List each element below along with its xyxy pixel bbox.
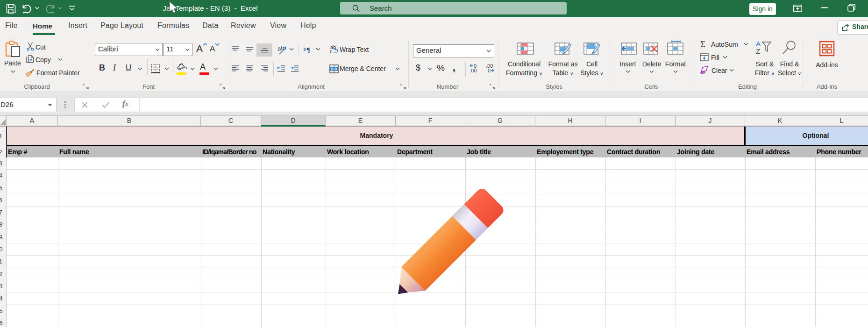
svg-text:.00: .00	[470, 68, 477, 73]
svg-text:¶: ¶	[307, 46, 310, 54]
svg-text:.0: .0	[486, 68, 491, 73]
svg-text:ab: ab	[277, 45, 285, 52]
svg-text:c: c	[330, 49, 333, 54]
svg-text:Z: Z	[756, 47, 760, 55]
svg-text:A: A	[756, 40, 761, 48]
